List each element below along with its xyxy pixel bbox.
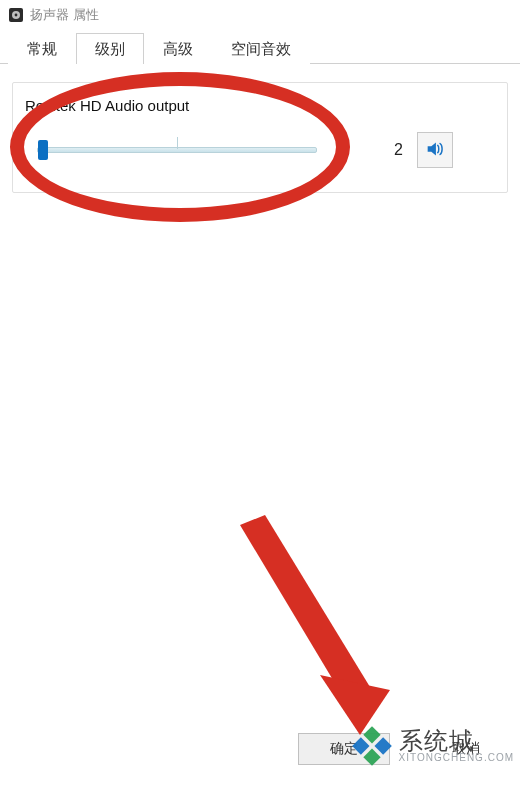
volume-value: 2	[317, 141, 417, 159]
dialog-buttons: 确定 取消	[298, 733, 512, 765]
window-title: 扬声器 属性	[30, 6, 99, 24]
svg-marker-3	[240, 515, 370, 700]
device-name: Realtek HD Audio output	[25, 97, 495, 114]
svg-marker-4	[320, 675, 390, 735]
annotation-arrow	[210, 515, 390, 735]
titlebar: 扬声器 属性	[0, 0, 520, 30]
tab-levels[interactable]: 级别	[76, 33, 144, 64]
tab-general[interactable]: 常规	[8, 33, 76, 64]
tabstrip: 常规 级别 高级 空间音效	[0, 30, 520, 64]
output-group: Realtek HD Audio output 2	[12, 82, 508, 193]
cancel-button[interactable]: 取消	[420, 733, 512, 765]
ok-button[interactable]: 确定	[298, 733, 390, 765]
mute-button[interactable]	[417, 132, 453, 168]
slider-thumb[interactable]	[38, 140, 48, 160]
tab-advanced[interactable]: 高级	[144, 33, 212, 64]
volume-icon	[424, 138, 446, 163]
speaker-icon	[8, 7, 24, 23]
tab-spatial[interactable]: 空间音效	[212, 33, 310, 64]
svg-point-2	[15, 14, 18, 17]
slider-tick	[177, 137, 178, 149]
volume-row: 2	[25, 132, 495, 168]
levels-panel: Realtek HD Audio output 2	[0, 64, 520, 205]
volume-slider[interactable]	[37, 140, 317, 160]
